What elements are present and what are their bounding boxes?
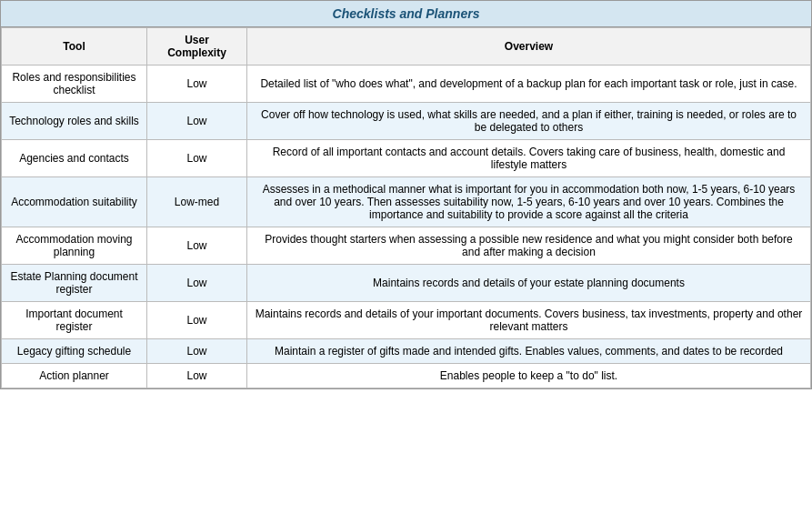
table-row: Action plannerLowEnables people to keep … xyxy=(2,364,811,388)
table-row: Agencies and contactsLowRecord of all im… xyxy=(2,140,811,177)
cell-complexity: Low-med xyxy=(147,177,247,227)
table-row: Technology roles and skillsLowCover off … xyxy=(2,103,811,140)
cell-tool: Important document register xyxy=(2,302,147,339)
cell-tool: Estate Planning document register xyxy=(2,265,147,302)
table-row: Accommodation moving planningLowProvides… xyxy=(2,227,811,265)
cell-complexity: Low xyxy=(147,302,247,339)
cell-tool: Roles and responsibilities checklist xyxy=(2,66,147,103)
table-row: Estate Planning document registerLowMain… xyxy=(2,265,811,302)
col-tool-header: Tool xyxy=(2,28,147,66)
cell-overview: Maintains records and details of your es… xyxy=(247,265,811,302)
cell-overview: Enables people to keep a "to do" list. xyxy=(247,364,811,388)
cell-complexity: Low xyxy=(147,66,247,103)
cell-tool: Accommodation moving planning xyxy=(2,227,147,265)
cell-overview: Detailed list of "who does what", and de… xyxy=(247,66,811,103)
table-row: Accommodation suitabilityLow-medAssesses… xyxy=(2,177,811,227)
main-table: Tool User Complexity Overview Roles and … xyxy=(1,27,811,388)
cell-overview: Cover off how technology is used, what s… xyxy=(247,103,811,140)
cell-complexity: Low xyxy=(147,140,247,177)
cell-overview: Maintains records and details of your im… xyxy=(247,302,811,339)
table-row: Legacy gifting scheduleLowMaintain a reg… xyxy=(2,339,811,364)
table-row: Roles and responsibilities checklistLowD… xyxy=(2,66,811,103)
table-row: Important document registerLowMaintains … xyxy=(2,302,811,339)
cell-tool: Technology roles and skills xyxy=(2,103,147,140)
cell-overview: Record of all important contacts and acc… xyxy=(247,140,811,177)
cell-tool: Legacy gifting schedule xyxy=(2,339,147,364)
cell-overview: Assesses in a methodical manner what is … xyxy=(247,177,811,227)
cell-overview: Provides thought starters when assessing… xyxy=(247,227,811,265)
col-complexity-header: User Complexity xyxy=(147,28,247,66)
col-overview-header: Overview xyxy=(247,28,811,66)
cell-complexity: Low xyxy=(147,364,247,388)
cell-tool: Agencies and contacts xyxy=(2,140,147,177)
cell-complexity: Low xyxy=(147,265,247,302)
table-header-row: Tool User Complexity Overview xyxy=(2,28,811,66)
cell-overview: Maintain a register of gifts made and in… xyxy=(247,339,811,364)
cell-tool: Accommodation suitability xyxy=(2,177,147,227)
cell-tool: Action planner xyxy=(2,364,147,388)
cell-complexity: Low xyxy=(147,227,247,265)
page-container: Checklists and Planners Tool User Comple… xyxy=(0,0,812,389)
page-title: Checklists and Planners xyxy=(1,1,811,27)
cell-complexity: Low xyxy=(147,339,247,364)
cell-complexity: Low xyxy=(147,103,247,140)
